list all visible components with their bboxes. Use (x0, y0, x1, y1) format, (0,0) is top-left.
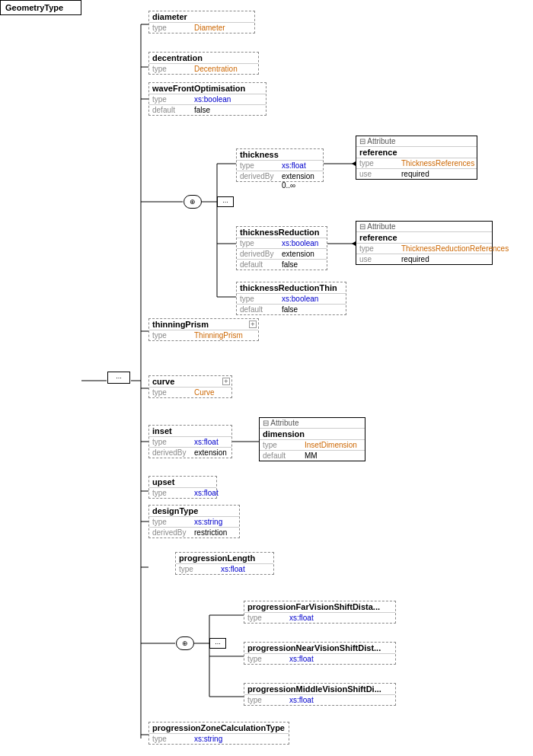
progression-ellipse-connector: ⊕ (175, 636, 194, 651)
thickness-row-derived: derivedBy extension (237, 171, 323, 181)
thickness-ref-attr-header: ⊟ Attribute (356, 136, 477, 147)
inset-title: inset (149, 426, 231, 436)
diameter-row-type: type Diameter (149, 22, 254, 33)
decentration-box: decentration type Decentration (148, 52, 259, 75)
design-type-title: designType (149, 506, 239, 516)
curve-expand-icon[interactable]: + (222, 378, 230, 385)
thickness-reduction-row-type: type xs:boolean (237, 238, 327, 248)
thickness-reduction-row-default: default false (237, 259, 327, 270)
geometry-type-box: GeometryType (0, 0, 81, 15)
progression-length-box: progressionLength type xs:float (175, 552, 274, 575)
thickness-range: 0..∞ (282, 181, 295, 190)
gt-seq-box: ··· (107, 372, 130, 384)
inset-row-derived: derivedBy extension (149, 447, 231, 458)
thickness-reduction-thin-row-default: default false (237, 304, 346, 314)
design-type-box: designType type xs:string derivedBy rest… (148, 505, 240, 538)
thickness-reduction-ref-row-type: type ThicknessReductionReferences (356, 243, 492, 254)
gt-seq-connector: ··· (107, 371, 131, 384)
progression-near-box: progressionNearVisionShiftDist... type x… (244, 642, 396, 665)
progression-length-title: progressionLength (176, 553, 273, 563)
geometry-type-label: GeometryType (5, 3, 63, 12)
thickness-reduction-ref-row-use: use required (356, 254, 492, 264)
progression-far-title: progressionFarVisionShiftDista... (244, 601, 395, 612)
thickness-reduction-ref-box: ⊟ Attribute reference type ThicknessRedu… (356, 221, 493, 265)
diagram-container: GeometryType ··· diameter type Diameter … (0, 0, 533, 756)
upset-box: upset type xs:float (148, 476, 217, 499)
wavefront-title: waveFrontOptimisation (149, 83, 266, 94)
decentration-row-type: type Decentration (149, 63, 258, 74)
thickness-ref-box: ⊟ Attribute reference type ThicknessRefe… (356, 136, 477, 180)
diameter-title: diameter (149, 11, 254, 22)
thickness-ref-row-type: type ThicknessReferences (356, 158, 477, 168)
thickness-reduction-box: thicknessReduction type xs:boolean deriv… (236, 226, 327, 270)
thickness-reduction-ref-title: reference (356, 232, 492, 243)
thickness-ellipse-connector: ⊕ (183, 194, 202, 209)
thickness-reduction-thin-row-type: type xs:boolean (237, 293, 346, 304)
upset-row-type: type xs:float (149, 487, 216, 498)
thickness-reduction-title: thicknessReduction (237, 227, 327, 238)
thickness-ref-title: reference (356, 147, 477, 158)
wavefront-row-type: type xs:boolean (149, 94, 266, 104)
thickness-seq-connector: ··· (217, 196, 234, 208)
inset-box: inset type xs:float derivedBy extension (148, 425, 232, 458)
thickness-row-type: type xs:float (237, 160, 323, 171)
thickness-ref-row-use: use required (356, 168, 477, 179)
upset-title: upset (149, 477, 216, 487)
thickness-reduction-thin-box: thicknessReductionThin type xs:boolean d… (236, 282, 346, 315)
progression-middle-box: progressionMiddleVisionShiftDi... type x… (244, 683, 396, 706)
inset-row-type: type xs:float (149, 436, 231, 447)
inset-dimension-row-default: default MM (260, 450, 365, 461)
progression-length-row-type: type xs:float (176, 563, 273, 574)
wavefront-row-default: default false (149, 104, 266, 115)
inset-dimension-row-type: type InsetDimension (260, 439, 365, 450)
inset-dimension-attr-header: ⊟ Attribute (260, 418, 365, 429)
thickness-reduction-ref-attr-header: ⊟ Attribute (356, 222, 492, 232)
inset-dimension-box: ⊟ Attribute dimension type InsetDimensio… (259, 417, 365, 461)
thickness-title: thickness (237, 149, 323, 160)
thinning-prism-row-type: type ThinningPrism (149, 330, 258, 340)
progression-near-row-type: type xs:float (244, 653, 395, 664)
progression-far-box: progressionFarVisionShiftDista... type x… (244, 601, 396, 624)
progression-seq-connector: ··· (209, 637, 226, 649)
thinning-prism-title: thinningPrism (149, 319, 258, 330)
progression-zone-box: progressionZoneCalculationType type xs:s… (148, 722, 289, 745)
thickness-reduction-row-derived: derivedBy extension (237, 248, 327, 259)
progression-middle-row-type: type xs:float (244, 694, 395, 705)
design-type-row-type: type xs:string (149, 516, 239, 527)
thinning-prism-expand-icon[interactable]: + (249, 321, 257, 328)
thickness-box: thickness type xs:float derivedBy extens… (236, 148, 324, 182)
progression-middle-title: progressionMiddleVisionShiftDi... (244, 684, 395, 694)
design-type-row-derived: derivedBy restriction (149, 527, 239, 537)
progression-near-title: progressionNearVisionShiftDist... (244, 643, 395, 653)
thickness-seq-box: ··· (217, 196, 234, 207)
curve-title: curve (149, 376, 231, 387)
progression-zone-row-type: type xs:string (149, 733, 289, 744)
thinning-prism-box: thinningPrism + type ThinningPrism (148, 318, 259, 341)
progression-far-row-type: type xs:float (244, 612, 395, 623)
progression-seq-box: ··· (209, 638, 226, 649)
thickness-ellipse: ⊕ (184, 195, 202, 209)
curve-row-type: type Curve (149, 387, 231, 397)
progression-ellipse: ⊕ (176, 636, 194, 650)
decentration-title: decentration (149, 53, 258, 63)
thickness-reduction-thin-title: thicknessReductionThin (237, 282, 346, 293)
inset-dimension-title: dimension (260, 429, 365, 439)
diameter-box: diameter type Diameter (148, 11, 255, 33)
wavefront-box: waveFrontOptimisation type xs:boolean de… (148, 82, 266, 116)
curve-box: curve + type Curve (148, 375, 232, 398)
progression-zone-title: progressionZoneCalculationType (149, 723, 289, 733)
